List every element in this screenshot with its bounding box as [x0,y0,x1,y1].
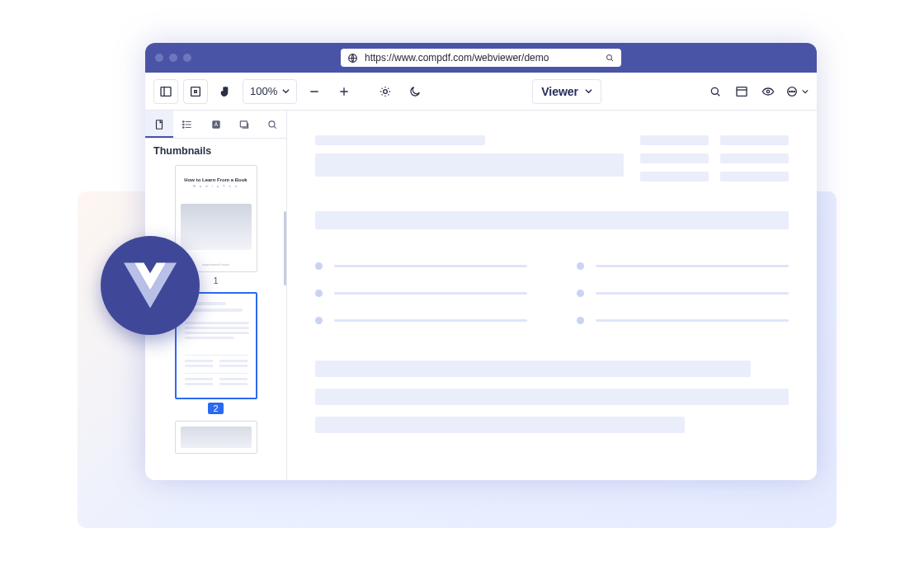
doc-bar-skeleton [315,211,789,229]
thumb3-image [181,427,252,448]
doc-heading-skeleton [315,135,624,182]
svg-point-1 [607,55,612,60]
chevron-down-icon [282,87,290,95]
vue-logo-icon [124,262,177,309]
zoom-value: 100% [250,85,277,97]
doc-bullets-skeleton [315,262,789,324]
svg-point-11 [791,91,792,92]
window-max-dot[interactable] [183,54,191,62]
url-text: https://www.compdf.com/webviewer/demo [365,52,598,64]
svg-point-19 [269,120,275,126]
search-icon[interactable] [605,53,615,63]
tab-search[interactable] [258,111,286,138]
browser-window: https://www.compdf.com/webviewer/demo 10… [145,43,817,480]
tab-annotations[interactable]: A [201,111,229,138]
vue-badge [101,236,200,335]
sidebar-tabs: A [145,111,286,139]
document-view[interactable] [287,111,817,480]
window-close-dot[interactable] [155,54,163,62]
brightness-button[interactable] [373,79,398,104]
mode-label: Viewer [541,85,578,98]
tab-layers[interactable] [230,111,258,138]
sidebar-scrollbar[interactable] [284,211,286,285]
svg-rect-2 [161,87,171,96]
panel-toggle-button[interactable] [153,79,178,104]
svg-text:A: A [214,121,218,127]
sidebar-panel-title: Thumbnails [145,139,286,162]
svg-point-15 [183,126,185,128]
dark-mode-button[interactable] [403,79,427,104]
find-button[interactable] [706,79,724,104]
doc-paragraph-skeleton [315,361,789,433]
svg-rect-18 [240,120,247,126]
mode-dropdown[interactable]: Viewer [532,79,601,104]
app-toolbar: 100% Viewer [145,73,817,111]
svg-rect-7 [737,87,747,96]
svg-point-6 [711,87,718,94]
right-tool-group [706,79,808,104]
zoom-in-button[interactable] [332,79,356,104]
svg-point-14 [183,124,185,125]
thumb2-page-number: 2 [175,403,257,414]
globe-icon [347,53,358,64]
layout-button[interactable] [733,79,751,104]
svg-point-13 [183,120,185,122]
thumb1-title: How to Learn From a Book [176,177,257,182]
svg-point-5 [384,89,388,93]
doc-meta-skeleton [640,135,789,182]
svg-rect-4 [195,90,197,92]
svg-rect-3 [191,87,200,96]
more-menu-button[interactable] [785,79,808,104]
window-min-dot[interactable] [169,54,177,62]
fullscreen-button[interactable] [183,79,208,104]
content-area: A Thumbnails How to Learn From a Book N … [145,111,817,480]
zoom-out-button[interactable] [302,79,327,104]
tab-thumbnails[interactable] [145,111,173,138]
thumbnail-3[interactable] [175,421,257,454]
window-controls [155,54,191,62]
svg-point-12 [794,91,794,92]
window-titlebar: https://www.compdf.com/webviewer/demo [145,43,817,73]
svg-point-10 [790,91,790,92]
zoom-dropdown[interactable]: 100% [243,79,297,104]
visibility-button[interactable] [759,79,777,104]
chevron-down-icon [802,88,808,95]
svg-point-8 [766,90,769,92]
thumb1-image [181,204,252,250]
pan-hand-button[interactable] [213,79,238,104]
url-bar[interactable]: https://www.compdf.com/webviewer/demo [341,49,621,67]
thumb1-subtitle: N a d i a T o n [176,184,257,188]
chevron-down-icon [585,87,592,95]
tab-outline[interactable] [173,111,201,138]
